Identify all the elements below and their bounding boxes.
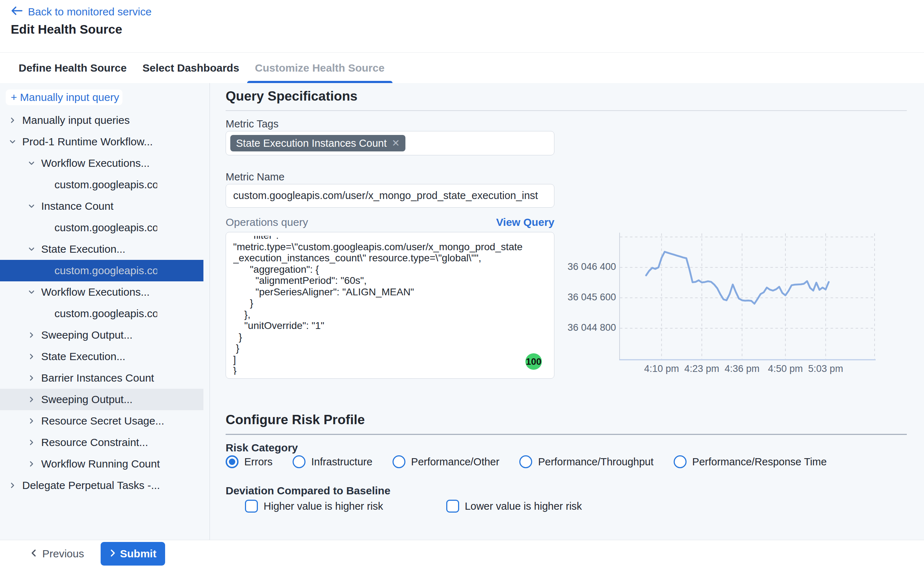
chevron-right-icon[interactable] xyxy=(27,352,36,361)
tab-define-health-source[interactable]: Define Health Source xyxy=(11,52,135,83)
chevron-right-icon[interactable] xyxy=(27,460,36,468)
back-to-monitored-service-link[interactable]: Back to monitored service xyxy=(11,6,152,18)
tree-row-label: Delegate Perpetual Tasks -... xyxy=(22,479,160,492)
deviation-checkbox-1[interactable]: Lower value is higher risk xyxy=(446,500,582,513)
query-records-badge: 100 xyxy=(525,353,542,370)
query-clip: "filter": "metric.type=\"custom.googleap… xyxy=(233,236,547,375)
tree-row-13[interactable]: Sweeping Output... xyxy=(0,389,203,410)
tree-row-5[interactable]: custom.googleapis.co xyxy=(0,217,203,238)
tree-row-12[interactable]: Barrier Instances Count xyxy=(0,367,203,389)
deviation-baseline-label: Deviation Compared to Baseline xyxy=(225,484,391,497)
checkbox-icon[interactable] xyxy=(245,500,258,513)
tree-row-label: Sweeping Output... xyxy=(41,329,132,341)
tree-row-label: Workflow Executions... xyxy=(41,157,150,170)
tree-row-label: custom.googleapis.co xyxy=(54,178,157,191)
tree-row-label: custom.googleapis.co xyxy=(54,264,157,277)
chevron-right-icon[interactable] xyxy=(27,374,36,382)
radio-label: Performance/Response Time xyxy=(692,456,827,468)
chevron-down-icon[interactable] xyxy=(27,159,36,168)
radio-circle-icon[interactable] xyxy=(392,455,406,468)
operations-query-editor[interactable]: "filter": "metric.type=\"custom.googleap… xyxy=(225,232,554,379)
chevron-down-icon[interactable] xyxy=(8,138,17,146)
operations-query-text: "filter": "metric.type=\"custom.googleap… xyxy=(233,236,547,375)
tree-row-8[interactable]: Workflow Executions... xyxy=(0,281,203,303)
chevron-right-icon[interactable] xyxy=(27,331,36,339)
tree-row-4[interactable]: Instance Count xyxy=(0,195,203,217)
radio-circle-icon[interactable] xyxy=(225,455,239,468)
remove-tag-icon[interactable]: ✕ xyxy=(392,138,400,149)
chevron-down-icon[interactable] xyxy=(27,245,36,254)
chart-plot-area xyxy=(619,232,876,360)
metric-tag-chip-label: State Execution Instances Count xyxy=(236,138,387,149)
main-panel: Query Specifications Metric Tags State E… xyxy=(210,83,924,540)
previous-button[interactable]: Previous xyxy=(30,540,84,567)
radio-label: Errors xyxy=(244,456,272,468)
tree-row-10[interactable]: Sweeping Output... xyxy=(0,324,203,346)
tree-row-6[interactable]: State Execution... xyxy=(0,238,203,260)
tree-row-label: Barrier Instances Count xyxy=(41,372,154,384)
tree-row-11[interactable]: State Execution... xyxy=(0,346,203,367)
edit-health-source-page: Back to monitored service Edit Health So… xyxy=(0,0,924,567)
tab-select-dashboards[interactable]: Select Dashboards xyxy=(135,52,247,83)
risk-radio-performance-response-time[interactable]: Performance/Response Time xyxy=(674,455,827,468)
add-manual-query-label: + Manually input query xyxy=(11,91,119,104)
chevron-right-icon[interactable] xyxy=(27,395,36,404)
query-tree-sidebar: + Manually input query Manually input qu… xyxy=(0,83,210,540)
deviation-checkbox-group: Higher value is higher riskLower value i… xyxy=(245,500,582,513)
back-link-label: Back to monitored service xyxy=(28,6,152,18)
risk-radio-performance-other[interactable]: Performance/Other xyxy=(392,455,500,468)
chevron-right-icon[interactable] xyxy=(27,417,36,425)
tab-customize-health-source[interactable]: Customize Health Source xyxy=(247,52,392,83)
tree-row-1[interactable]: Prod-1 Runtime Workflow... xyxy=(0,131,203,153)
y-axis-tick-label: 36 044 800 xyxy=(562,322,616,333)
metric-tags-input[interactable]: State Execution Instances Count ✕ xyxy=(225,131,554,155)
risk-radio-infrastructure[interactable]: Infrastructure xyxy=(293,455,373,468)
tree-row-3[interactable]: custom.googleapis.co xyxy=(0,174,203,195)
wizard-footer: Previous Submit xyxy=(0,540,924,567)
submit-button[interactable]: Submit xyxy=(101,542,165,566)
radio-circle-icon[interactable] xyxy=(519,455,532,468)
radio-label: Performance/Other xyxy=(411,456,500,468)
back-arrow-icon xyxy=(11,6,23,18)
metric-name-field[interactable]: custom.googleapis.com/user/x_mongo_prod_… xyxy=(225,184,554,208)
chevron-down-icon[interactable] xyxy=(27,202,36,210)
page-title: Edit Health Source xyxy=(11,22,122,36)
tree-row-14[interactable]: Resource Secret Usage... xyxy=(0,410,203,432)
chevron-down-icon[interactable] xyxy=(27,288,36,296)
tree-row-17[interactable]: Delegate Perpetual Tasks -... xyxy=(0,475,203,496)
tree-row-9[interactable]: custom.googleapis.co xyxy=(0,303,203,324)
metric-query-tree: Manually input queriesProd-1 Runtime Wor… xyxy=(0,110,209,496)
risk-category-label: Risk Category xyxy=(225,442,298,454)
chevron-right-icon[interactable] xyxy=(8,116,17,124)
risk-category-radio-group: ErrorsInfrastructurePerformance/OtherPer… xyxy=(225,455,826,468)
operations-query-row: Operations query View Query xyxy=(225,216,554,228)
tree-row-label: State Execution... xyxy=(41,350,125,363)
operations-query-label: Operations query xyxy=(225,216,308,228)
chevron-right-icon[interactable] xyxy=(8,481,17,490)
tree-row-0[interactable]: Manually input queries xyxy=(0,110,203,131)
tree-row-label: Manually input queries xyxy=(22,114,130,126)
configure-risk-profile-heading: Configure Risk Profile xyxy=(225,412,365,428)
risk-radio-performance-throughput[interactable]: Performance/Throughput xyxy=(519,455,653,468)
tree-row-15[interactable]: Resource Constraint... xyxy=(0,432,203,453)
metric-tag-chip[interactable]: State Execution Instances Count ✕ xyxy=(230,135,406,152)
tree-row-7[interactable]: custom.googleapis.co xyxy=(0,260,203,281)
radio-circle-icon[interactable] xyxy=(674,455,687,468)
view-query-link[interactable]: View Query xyxy=(496,216,554,228)
tree-row-label: Prod-1 Runtime Workflow... xyxy=(22,136,153,148)
metric-preview-chart: 36 046 40036 045 60036 044 8004:10 pm4:2… xyxy=(562,228,920,396)
tree-row-2[interactable]: Workflow Executions... xyxy=(0,153,203,174)
risk-radio-errors[interactable]: Errors xyxy=(225,455,272,468)
checkbox-icon[interactable] xyxy=(446,500,459,513)
previous-button-label: Previous xyxy=(42,548,84,560)
chevron-right-icon[interactable] xyxy=(27,438,36,447)
deviation-checkbox-0[interactable]: Higher value is higher risk xyxy=(245,500,383,513)
radio-circle-icon[interactable] xyxy=(293,455,305,468)
add-manual-query-button[interactable]: + Manually input query xyxy=(6,90,122,105)
tree-row-16[interactable]: Workflow Running Count xyxy=(0,453,203,475)
metric-line-series xyxy=(646,252,829,303)
tree-row-label: State Execution... xyxy=(41,243,125,255)
page-header: Back to monitored service Edit Health So… xyxy=(0,0,924,52)
tree-row-label: Instance Count xyxy=(41,200,114,212)
y-axis-tick-label: 36 045 600 xyxy=(562,292,616,303)
